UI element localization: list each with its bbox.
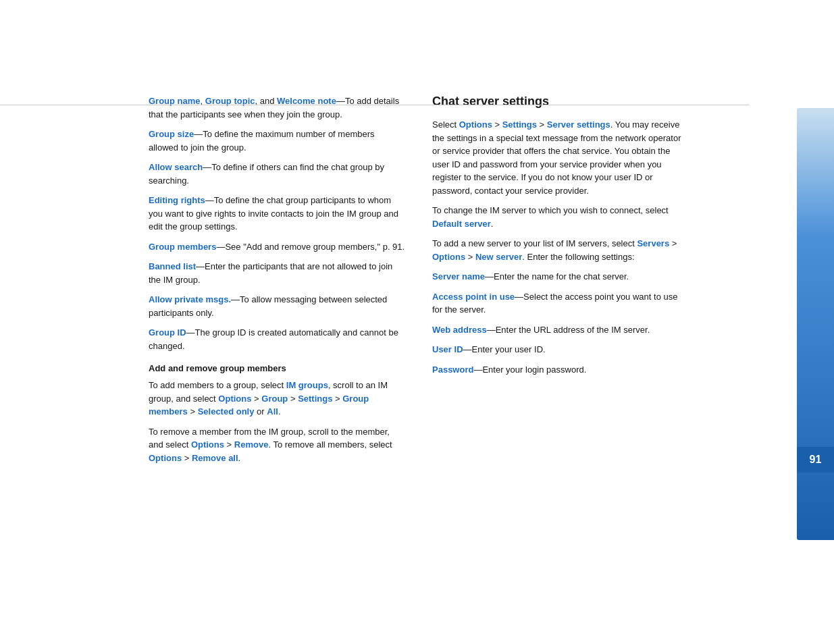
entry-group-members: Group members—See "Add and remove group …: [149, 240, 405, 254]
sep2: >: [288, 394, 298, 404]
text-web-address: —Enter the URL address of the IM server.: [487, 325, 650, 335]
link-access-point[interactable]: Access point in use: [432, 292, 515, 302]
link-server-settings[interactable]: Server settings: [547, 119, 610, 130]
sub-heading-add-remove: Add and remove group members: [149, 363, 405, 373]
intro-sep1: >: [492, 119, 502, 130]
link-group-add[interactable]: Group: [261, 394, 288, 404]
link-server-name[interactable]: Server name: [432, 271, 485, 281]
page-container: Group name, Group topic, and Welcome not…: [0, 0, 834, 644]
para-add-prefix: To add members to a group, select: [149, 380, 286, 390]
change-suffix: .: [491, 219, 494, 229]
main-content: Group name, Group topic, and Welcome not…: [0, 0, 787, 644]
add-sep1: >: [669, 238, 677, 248]
intro-sep2: >: [537, 119, 547, 130]
intro-suffix: . You may receive the settings in a spec…: [432, 119, 681, 196]
text-password: —Enter your login password.: [473, 365, 586, 375]
link-allow-private[interactable]: Allow private msgs.: [149, 294, 231, 304]
link-editing-rights[interactable]: Editing rights: [149, 195, 205, 205]
link-group-size[interactable]: Group size: [149, 129, 194, 139]
page-number: 91: [810, 454, 822, 466]
entry-group-name: Group name, Group topic, and Welcome not…: [149, 95, 405, 121]
setting-user-id: User ID—Enter your user ID.: [432, 343, 689, 356]
page-number-box: 91: [797, 447, 834, 473]
link-im-groups[interactable]: IM groups: [286, 380, 328, 390]
sep1: >: [251, 394, 261, 404]
entry-group-size: Group size—To define the maximum number …: [149, 128, 405, 154]
section-heading-chat-server: Chat server settings: [432, 95, 689, 109]
link-selected-only[interactable]: Selected only: [198, 406, 255, 417]
left-column: Group name, Group topic, and Welcome not…: [149, 95, 405, 471]
change-prefix: To change the IM server to which you wis…: [432, 205, 669, 215]
link-options-remove-all[interactable]: Options: [149, 453, 182, 463]
entry-allow-private: Allow private msgs.—To allow messaging b…: [149, 293, 405, 319]
para-or: or: [254, 406, 267, 417]
link-banned-list[interactable]: Banned list: [149, 261, 196, 271]
link-servers[interactable]: Servers: [637, 238, 669, 248]
setting-web-address: Web address—Enter the URL address of the…: [432, 323, 689, 337]
para-add-members: To add members to a group, select IM gro…: [149, 379, 405, 419]
link-group-members[interactable]: Group members: [149, 242, 216, 252]
link-options-add-server[interactable]: Options: [432, 252, 465, 262]
para-add-server: To add a new server to your list of IM s…: [432, 237, 689, 263]
setting-password: Password—Enter your login password.: [432, 363, 689, 377]
text-user-id: —Enter your user ID.: [463, 344, 546, 354]
link-options-intro[interactable]: Options: [459, 119, 492, 130]
text-group-id: —The group ID is created automatically a…: [149, 327, 398, 351]
sep4: >: [188, 406, 198, 417]
para-intro: Select Options > Settings > Server setti…: [432, 118, 689, 197]
link-user-id[interactable]: User ID: [432, 344, 463, 354]
link-options-remove[interactable]: Options: [191, 439, 224, 450]
entry-banned-list: Banned list—Enter the participants that …: [149, 260, 405, 286]
para-change-server: To change the IM server to which you wis…: [432, 204, 689, 230]
link-remove-all[interactable]: Remove all: [192, 453, 238, 463]
top-line: [0, 105, 750, 105]
link-options-add[interactable]: Options: [218, 394, 251, 404]
link-settings-intro[interactable]: Settings: [502, 119, 537, 130]
link-remove[interactable]: Remove: [234, 439, 269, 450]
link-default-server[interactable]: Default server: [432, 219, 491, 229]
sep3: >: [332, 394, 342, 404]
link-password[interactable]: Password: [432, 365, 473, 375]
sidebar-tab: My own 91: [787, 0, 834, 644]
para-sep2: >: [182, 453, 192, 463]
text-group-members: —See "Add and remove group members," p. …: [216, 242, 405, 252]
para-end2: .: [238, 453, 241, 463]
link-settings-add[interactable]: Settings: [298, 394, 332, 404]
right-column: Chat server settings Select Options > Se…: [432, 95, 689, 471]
setting-server-name: Server name—Enter the name for the chat …: [432, 270, 689, 284]
setting-access-point: Access point in use—Select the access po…: [432, 290, 689, 317]
para-remove-members: To remove a member from the IM group, sc…: [149, 425, 405, 465]
link-group-id[interactable]: Group ID: [149, 327, 186, 338]
content-columns: Group name, Group topic, and Welcome not…: [0, 95, 787, 471]
para-mid: . To remove all members, select: [268, 439, 392, 450]
add-suffix: . Enter the following settings:: [522, 252, 634, 262]
link-all[interactable]: All: [267, 406, 278, 417]
entry-allow-search: Allow search—To define if others can fin…: [149, 161, 405, 187]
sidebar-gradient: 91: [797, 108, 834, 540]
para-sep1: >: [224, 439, 234, 450]
entry-editing-rights: Editing rights—To define the chat group …: [149, 194, 405, 234]
link-web-address[interactable]: Web address: [432, 325, 487, 335]
add-prefix: To add a new server to your list of IM s…: [432, 238, 637, 248]
para-end1: .: [278, 406, 281, 417]
link-new-server[interactable]: New server: [475, 252, 522, 262]
text-server-name: —Enter the name for the chat server.: [485, 271, 629, 281]
link-allow-search[interactable]: Allow search: [149, 162, 203, 172]
intro-prefix: Select: [432, 119, 459, 130]
add-sep2: >: [465, 252, 475, 262]
entry-group-id: Group ID—The group ID is created automat…: [149, 326, 405, 352]
